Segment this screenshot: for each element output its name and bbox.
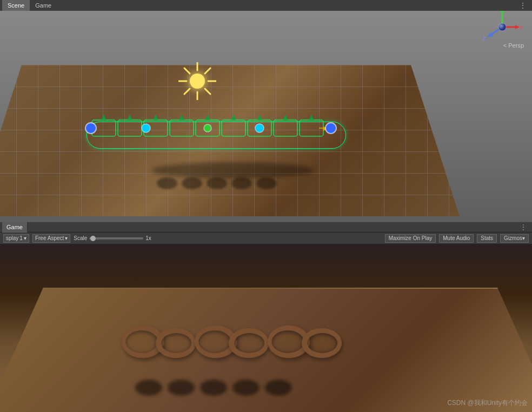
svg-marker-17 xyxy=(102,115,106,120)
sun-icon xyxy=(178,62,216,100)
maximize-on-play-btn[interactable]: Maximize On Play xyxy=(385,234,436,243)
gizmos-btn[interactable]: Gizmos ▾ xyxy=(500,234,529,243)
axis-x-label: X xyxy=(520,25,523,30)
gizmos-label: Gizmos xyxy=(504,235,522,241)
shadow-links xyxy=(157,177,277,189)
shadow-link xyxy=(157,177,177,189)
game-shadow-link xyxy=(265,380,292,396)
game-shadow-link xyxy=(168,380,195,396)
scale-slider[interactable] xyxy=(89,237,143,240)
game-shadow-link xyxy=(200,380,227,396)
scale-thumb xyxy=(90,236,96,241)
svg-marker-24 xyxy=(283,115,288,120)
svg-marker-23 xyxy=(257,115,262,120)
scale-container: Scale 1x xyxy=(74,235,151,241)
svg-marker-20 xyxy=(179,115,184,120)
scene-topbar: Scene Game ⋮ xyxy=(0,0,532,11)
scale-label: Scale xyxy=(74,235,87,241)
aspect-dropdown-arrow: ▾ xyxy=(65,235,68,241)
display-number: 1 xyxy=(19,235,23,241)
game-bar: splay 1 ▾ Free Aspect ▾ Scale 1x Maximiz… xyxy=(0,232,532,244)
sun-rays-svg xyxy=(178,62,216,100)
svg-point-32 xyxy=(204,124,211,132)
svg-marker-25 xyxy=(309,115,314,120)
svg-marker-18 xyxy=(128,115,132,120)
aspect-select[interactable]: Free Aspect ▾ xyxy=(32,234,70,243)
svg-marker-19 xyxy=(154,115,158,120)
gizmo-widget[interactable]: X Y Z < Persp xyxy=(481,5,524,49)
svg-marker-36 xyxy=(515,25,520,29)
game-toolbar: Game ⋮ xyxy=(0,222,532,232)
shadow-link xyxy=(231,177,252,189)
gizmos-arrow: ▾ xyxy=(522,235,525,241)
chain-scene-object xyxy=(87,116,346,154)
shadow-link xyxy=(256,177,277,189)
svg-line-5 xyxy=(205,89,210,94)
mute-label: Mute Audio xyxy=(443,235,470,241)
chain-link-2 xyxy=(156,327,196,359)
game-dots-menu[interactable]: ⋮ xyxy=(517,223,530,231)
shadow-link xyxy=(207,177,227,189)
scale-value: 1x xyxy=(145,235,151,241)
scene-tab-label: Scene xyxy=(8,2,24,9)
display-label: splay xyxy=(6,235,18,241)
maximize-label: Maximize On Play xyxy=(389,235,433,241)
svg-point-29 xyxy=(325,123,336,134)
chain-3d xyxy=(119,315,378,380)
stats-btn[interactable]: Stats xyxy=(477,234,497,243)
game-shadow-links xyxy=(135,380,292,396)
svg-marker-22 xyxy=(231,115,236,120)
svg-point-31 xyxy=(255,124,264,132)
svg-marker-21 xyxy=(205,115,210,120)
chain-shadow xyxy=(151,162,314,178)
aspect-label: Free Aspect xyxy=(35,235,64,241)
axis-z-label: Z xyxy=(483,36,486,41)
game-shadow-link xyxy=(232,380,260,396)
chain-scene-svg xyxy=(81,114,351,157)
chain-link-6 xyxy=(302,327,342,359)
svg-rect-15 xyxy=(274,120,297,136)
shadow-link xyxy=(182,177,202,189)
game-shadow-link xyxy=(135,380,162,396)
svg-point-30 xyxy=(142,124,150,132)
chain-link-4 xyxy=(229,327,269,359)
watermark-text: CSDN @我和Unity有个约会 xyxy=(447,399,528,407)
gizmo-persp-label: < Persp xyxy=(503,42,524,49)
mute-audio-btn[interactable]: Mute Audio xyxy=(439,234,474,243)
svg-point-28 xyxy=(85,123,96,134)
scene-view: X Y Z < Persp xyxy=(0,0,532,222)
game-label: Game xyxy=(6,224,23,230)
scene-dots-menu[interactable]: ⋮ xyxy=(516,1,530,10)
svg-point-39 xyxy=(498,23,506,31)
svg-rect-11 xyxy=(170,120,194,136)
display-dropdown-arrow: ▾ xyxy=(24,235,26,241)
watermark: CSDN @我和Unity有个约会 xyxy=(447,398,528,408)
display-select[interactable]: splay 1 ▾ xyxy=(3,234,29,243)
svg-line-7 xyxy=(184,89,190,94)
game-tab-label: Game xyxy=(35,2,51,9)
svg-rect-13 xyxy=(222,120,245,136)
tab-game[interactable]: Game xyxy=(30,0,57,11)
svg-line-4 xyxy=(184,68,190,74)
game-view: CSDN @我和Unity有个约会 xyxy=(0,244,532,412)
tab-game-active[interactable]: Game xyxy=(2,222,28,232)
svg-line-6 xyxy=(205,68,210,74)
svg-rect-9 xyxy=(118,120,142,136)
tab-scene[interactable]: Scene xyxy=(2,0,30,11)
stats-label: Stats xyxy=(481,235,493,241)
